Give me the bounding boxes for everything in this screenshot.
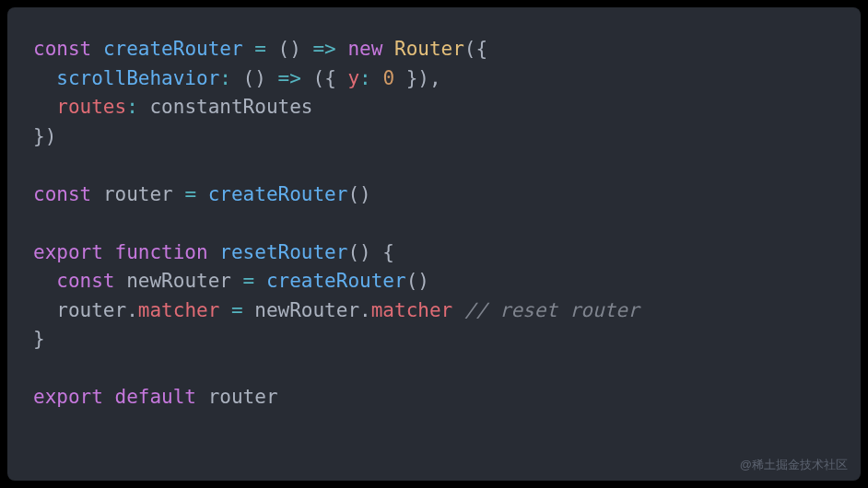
keyword-function: function: [115, 241, 208, 263]
var-newRouter: newRouter: [126, 270, 231, 292]
indent: [33, 96, 56, 118]
indent: [33, 67, 56, 89]
parens: (): [347, 241, 370, 263]
var-router: router: [56, 299, 126, 321]
keyword-const: const: [56, 270, 114, 292]
colon: :: [126, 96, 149, 118]
prop-y: y: [347, 67, 359, 89]
prop-routes: routes: [56, 96, 126, 118]
parens: (): [243, 67, 266, 89]
class-Router: Router: [394, 38, 464, 60]
indent: [33, 299, 56, 321]
open-obj: ({: [312, 67, 347, 89]
func-resetRouter: resetRouter: [219, 241, 347, 263]
close-obj: }),: [394, 67, 441, 89]
colon: :: [219, 67, 242, 89]
parens: (): [278, 38, 301, 60]
var-constantRoutes: constantRoutes: [149, 96, 312, 118]
arrow: =>: [266, 67, 313, 89]
var-router: router: [208, 386, 278, 408]
dot: .: [359, 299, 371, 321]
space: [452, 299, 464, 321]
operator-eq: =: [231, 270, 266, 292]
comment: // reset router: [464, 299, 639, 321]
open-brace: ({: [464, 38, 487, 60]
keyword-export: export: [33, 241, 103, 263]
var-newRouter: newRouter: [254, 299, 359, 321]
prop-scrollBehavior: scrollBehavior: [56, 67, 219, 89]
operator-eq: =: [173, 183, 208, 205]
open-brace: {: [371, 241, 394, 263]
keyword-default: default: [115, 386, 197, 408]
number-zero: 0: [382, 67, 394, 89]
watermark: @稀土掘金技术社区: [740, 457, 848, 473]
func-createRouter: createRouter: [266, 270, 406, 292]
prop-matcher: matcher: [138, 299, 220, 321]
keyword-export: export: [33, 386, 103, 408]
close-brace: }: [33, 328, 45, 350]
code-content: const createRouter = () => new Router({ …: [33, 35, 835, 412]
dot: .: [126, 299, 138, 321]
keyword-const: const: [33, 183, 91, 205]
prop-matcher: matcher: [371, 299, 453, 321]
operator-eq: =: [243, 38, 278, 60]
operator-eq: =: [219, 299, 254, 321]
parens: (): [347, 183, 370, 205]
colon: :: [359, 67, 382, 89]
keyword-const: const: [33, 38, 91, 60]
parens: (): [406, 270, 429, 292]
func-createRouter: createRouter: [208, 183, 348, 205]
close-brace: }): [33, 125, 56, 147]
keyword-new: new: [347, 38, 382, 60]
func-createRouter: createRouter: [103, 38, 243, 60]
indent: [33, 270, 56, 292]
var-router: router: [103, 183, 173, 205]
code-block: const createRouter = () => new Router({ …: [7, 7, 861, 481]
arrow: =>: [301, 38, 348, 60]
